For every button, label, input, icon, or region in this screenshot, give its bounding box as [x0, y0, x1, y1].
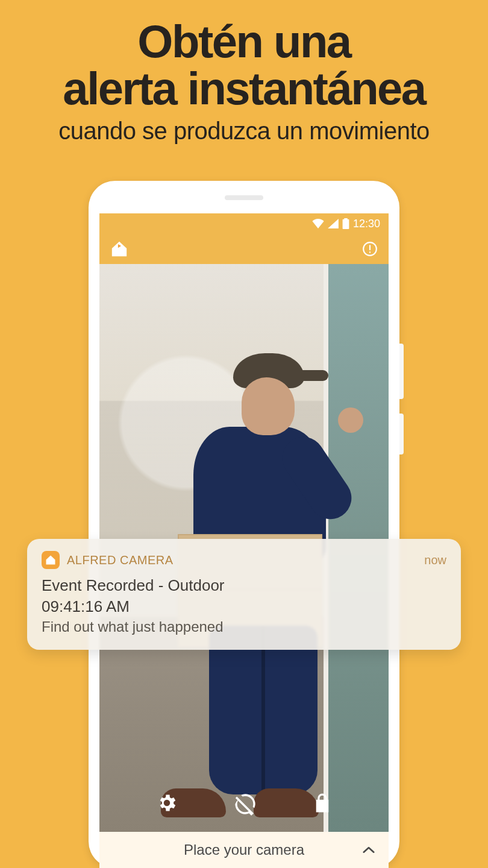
promo-headline: Obtén una alerta instantánea cuando se p…	[0, 18, 488, 145]
notification-event-time: 09:41:16 AM	[42, 597, 446, 616]
phone-frame: 12:30	[89, 181, 399, 868]
headline-line1: Obtén una	[137, 16, 350, 67]
status-bar: 12:30	[99, 213, 389, 234]
place-camera-bar[interactable]: Place your camera	[99, 832, 389, 868]
battery-icon	[342, 218, 349, 229]
headline-title: Obtén una alerta instantánea	[0, 18, 488, 112]
notification-title: Event Recorded - Outdoor	[42, 576, 446, 595]
wifi-icon	[312, 219, 324, 228]
svg-rect-1	[369, 245, 371, 251]
gear-icon[interactable]	[156, 792, 178, 816]
push-notification[interactable]: ALFRED CAMERA now Event Recorded - Outdo…	[27, 539, 461, 650]
phone-speaker	[225, 195, 263, 200]
notification-timestamp: now	[424, 553, 446, 567]
svg-rect-2	[369, 251, 371, 253]
chevron-up-icon	[362, 846, 375, 854]
app-header	[99, 234, 389, 264]
alert-circle-icon[interactable]	[362, 241, 378, 257]
signal-icon	[328, 219, 339, 228]
status-time: 12:30	[353, 218, 380, 230]
camera-action-row	[99, 779, 389, 832]
lock-icon[interactable]	[313, 792, 332, 816]
notification-app-name: ALFRED CAMERA	[67, 553, 174, 567]
place-camera-label: Place your camera	[184, 841, 304, 858]
headline-sub: cuando se produzca un movimiento	[0, 118, 488, 145]
notification-body: Find out what just happened	[42, 618, 446, 635]
notification-app-icon	[42, 551, 60, 569]
notification-header: ALFRED CAMERA now	[42, 551, 446, 569]
alfred-home-icon[interactable]	[110, 240, 128, 258]
headline-line2: alerta instantánea	[63, 63, 425, 114]
location-off-icon[interactable]	[233, 792, 257, 816]
